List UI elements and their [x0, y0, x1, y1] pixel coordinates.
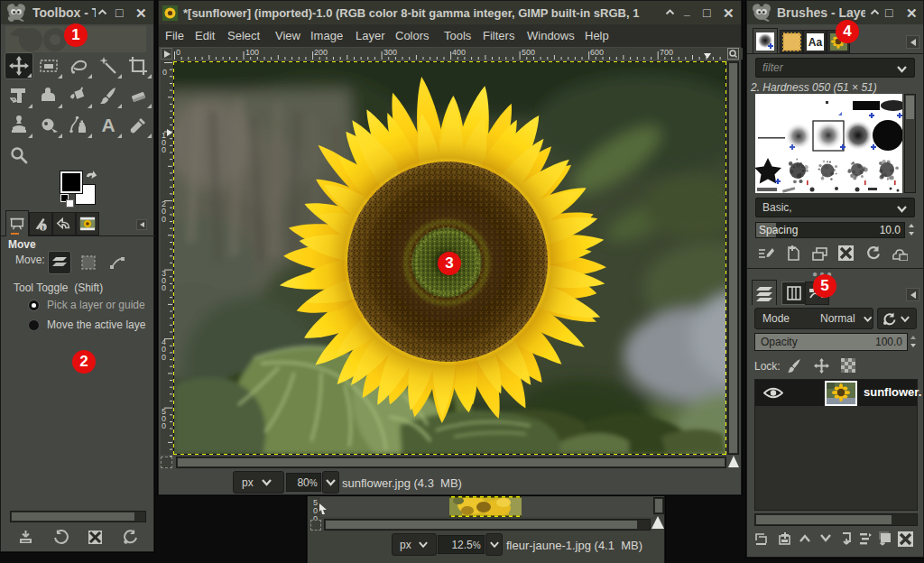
- svg-text:0: 0: [162, 353, 166, 362]
- svg-text:600: 600: [590, 48, 604, 57]
- svg-text:Aa: Aa: [808, 36, 822, 49]
- svg-text:i: i: [42, 224, 44, 232]
- svg-text:300: 300: [383, 48, 397, 57]
- svg-text:500: 500: [522, 48, 535, 57]
- svg-text:0: 0: [162, 215, 166, 224]
- svg-text:0: 0: [162, 283, 166, 292]
- svg-text:200: 200: [314, 48, 328, 57]
- svg-text:0: 0: [162, 68, 167, 77]
- svg-text:100: 100: [245, 48, 259, 57]
- svg-text:400: 400: [452, 48, 466, 57]
- svg-text:0: 0: [176, 48, 180, 57]
- svg-text:A: A: [101, 115, 115, 135]
- svg-text:0: 0: [162, 145, 166, 154]
- svg-text:700: 700: [660, 48, 673, 57]
- svg-text:0: 0: [162, 421, 166, 430]
